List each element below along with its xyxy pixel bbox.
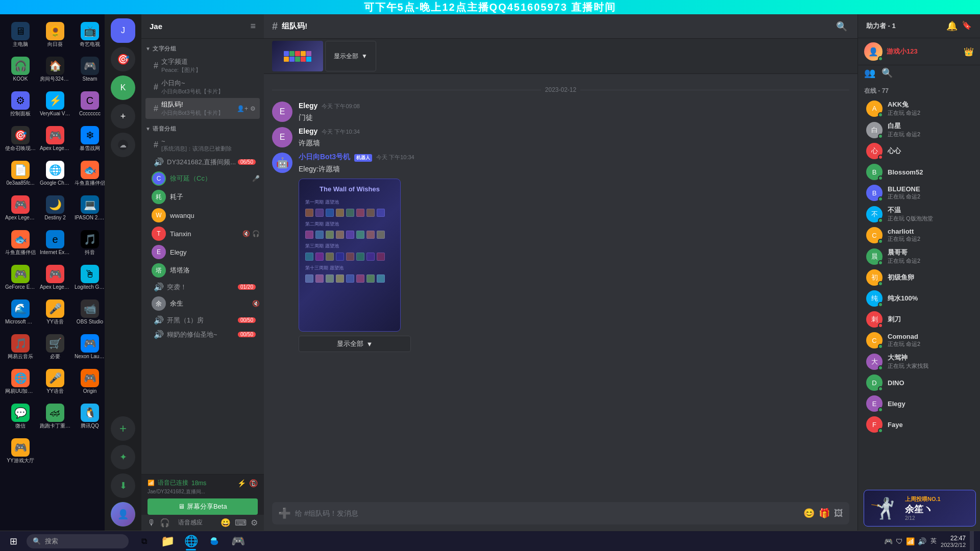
desktop-icon-google-chrome[interactable]: 🌐 Google Chrome	[39, 157, 71, 190]
rs-member-charliott[interactable]: C charliott 正在玩 命运2	[860, 225, 978, 245]
notification-bell-icon[interactable]: 🔔	[946, 20, 958, 32]
rs-member-dajia[interactable]: 大 大驾神 正在玩 大家找我	[860, 351, 978, 372]
rs-search-icon[interactable]: 🔍	[881, 67, 893, 79]
desktop-icon-obs[interactable]: 📹 OBS Studio	[74, 296, 105, 329]
voice-member-haozi[interactable]: 耗 耗子	[141, 188, 264, 206]
desktop-icon-origin[interactable]: 🎮 Origin	[74, 365, 105, 398]
taskbar-antivirus-icon[interactable]: 🛡	[896, 537, 903, 545]
desktop-icon-qiyidianshi[interactable]: 📺 奇艺电视	[74, 18, 105, 51]
server-icon-discover[interactable]: ✦	[111, 445, 135, 469]
desktop-icon-wyuu[interactable]: 🌐 网易UU加速器	[4, 365, 37, 398]
channel-wenzi[interactable]: # 文字频道 Peace:【图片】	[145, 55, 260, 76]
desktop-icon-fangjianhao[interactable]: 🏠 房间号3241682	[39, 53, 71, 86]
taskbar-task-view[interactable]: ⧉	[133, 531, 155, 552]
desktop-icon-ie[interactable]: e Internet Explorer	[39, 227, 71, 259]
category-voice[interactable]: ▼ 语音分组	[141, 123, 264, 135]
desktop-icon-0e3aa[interactable]: 📄 0e3aa85fc...	[4, 157, 37, 190]
desktop-icon-kook[interactable]: 🎧 KOOK	[4, 53, 37, 86]
taskbar-edge[interactable]	[203, 531, 226, 552]
voice-member-yusheng[interactable]: 余 余生 🔇	[141, 294, 264, 313]
user-add-icon[interactable]: 👤+	[237, 105, 248, 112]
desktop-icon-kongzhimianban[interactable]: ⚙ 控制面板	[4, 88, 37, 120]
rs-member-chuji[interactable]: 初 初级鱼卵	[860, 267, 978, 288]
desktop-icon-tiktok[interactable]: 🎵 抖音	[74, 227, 105, 259]
taskbar-network-icon[interactable]: 📶	[906, 537, 915, 545]
desktop-icon-apex-l3[interactable]: 🎮 Apex Legends	[39, 261, 71, 294]
search-button[interactable]: 🔍	[834, 19, 849, 34]
desktop-icon-steam[interactable]: 🎮 Steam	[74, 53, 105, 86]
rs-member-dino[interactable]: D DINO	[860, 372, 978, 393]
wall-of-wishes-image[interactable]: The Wall of Wishes 第一周期 愿望池 第二	[299, 179, 401, 332]
taskbar-file-explorer[interactable]: 📁	[156, 531, 179, 552]
gift-icon[interactable]: 🎁	[819, 508, 830, 519]
desktop-icon-xiangriji[interactable]: 🌻 向日葵	[39, 18, 71, 51]
desktop-icon-bingxuezhan[interactable]: ❄ 暴雪战网	[74, 122, 105, 155]
taskbar-lang[interactable]: 英	[930, 537, 937, 545]
rs-member-akk[interactable]: A AKK兔 正在玩 命运2	[860, 98, 978, 119]
channel-hunai[interactable]: 🔊 糊奶的修仙圣地~ 00/50	[145, 328, 260, 341]
desktop-icon-douyu-direct[interactable]: 🐟 斗鱼直播伴侣	[4, 227, 37, 259]
desktop-icon-apex-legends2[interactable]: 🎮 Apex Legends	[4, 192, 37, 224]
bookmark-icon[interactable]: 🔖	[962, 20, 972, 32]
sticker-icon[interactable]: 🖼	[834, 508, 843, 519]
desktop-icon-apex-legends[interactable]: 🎮 Apex Legends	[39, 122, 71, 155]
server-icon-2[interactable]: 🎯	[111, 47, 135, 71]
desktop-icon-wechat[interactable]: 💬 微信	[4, 400, 37, 433]
desktop-icon-shiming[interactable]: 🎯 使命召唤现代战	[4, 122, 37, 155]
desktop-icon-verykuaivk[interactable]: ⚡ VeryKuai VK加速器	[39, 88, 71, 120]
taskbar-volume-icon[interactable]: 🔊	[918, 537, 926, 545]
desktop-icon-ms-edge[interactable]: 🌊 Microsoft Edge	[4, 296, 37, 329]
taskbar-start-button[interactable]: ⊞	[0, 531, 27, 552]
msg-avatar-elegy2[interactable]: E	[272, 127, 292, 147]
channel-zudui[interactable]: # 组队码! 小日向Bot3号机【卡片】 👤+ ⚙	[145, 98, 260, 119]
taskbar-search-bar[interactable]: 🔍 搜索	[27, 534, 129, 548]
rs-member-buwen[interactable]: 不 不温 正在玩 Q版泡泡堂	[860, 204, 978, 224]
show-all-wishwall-btn[interactable]: 显示全部 ▼	[299, 336, 411, 352]
screen-share-button[interactable]: 🖥 屏幕分享Beta	[148, 498, 258, 515]
voice-power-icon[interactable]: ⚡	[237, 479, 246, 487]
server-icon-4[interactable]: +	[111, 104, 135, 129]
mic-icon[interactable]: 🎙	[148, 518, 156, 528]
desktop-icon-geforce[interactable]: 🎮 GeForce Experience	[4, 261, 37, 294]
emoji-icon[interactable]: 😀	[220, 518, 231, 528]
rs-member-cidao[interactable]: 刺 刺刀	[860, 309, 978, 330]
msg-avatar-bot[interactable]: 🤖	[272, 153, 292, 173]
desktop-icon-163music[interactable]: 🎵 网易云音乐	[4, 331, 37, 363]
desktop-icon-paopaotang[interactable]: 🏎 跑跑卡丁重:氙移	[39, 400, 71, 433]
category-text[interactable]: ▼ 文字分组	[141, 43, 264, 55]
server-icon-add[interactable]: +	[111, 416, 135, 441]
desktop-icon-qqmessage[interactable]: 🐧 腾讯QQ	[74, 400, 105, 433]
voice-member-elegy[interactable]: E Elegy	[141, 243, 264, 261]
settings-icon[interactable]: ⚙	[250, 105, 256, 112]
menu-icon[interactable]: ≡	[250, 21, 256, 32]
desktop-icon-yy-voice[interactable]: 🎤 YY语音	[39, 296, 71, 329]
taskbar-nvidia-icon[interactable]: 🎮	[884, 537, 893, 545]
taskbar-clock[interactable]: 22:47 2023/2/12	[941, 535, 966, 548]
desktop-icon-biyao[interactable]: 🛒 必要	[39, 331, 71, 363]
channel-dy-voice[interactable]: 🔊 DY3241682,直播间频... 06/50	[145, 155, 260, 169]
channel-tilde[interactable]: # ~ [系统消息]：该消息已被删除	[145, 135, 260, 155]
taskbar-google-chrome[interactable]: 🌐	[180, 531, 202, 552]
desktop-icon-ipason[interactable]: 💻 IPASON 2.0 101T控软件	[74, 192, 105, 224]
desktop-icon-destiny2[interactable]: 🌙 Destiny 2	[39, 192, 71, 224]
headphone-icon[interactable]: 🎧	[160, 518, 170, 528]
rs-member-elegy-rs[interactable]: E Elegy	[860, 393, 978, 414]
taskbar-show-desktop[interactable]	[970, 531, 974, 552]
desktop-icon-zhudian[interactable]: 🖥 主电脑	[4, 18, 37, 51]
server-icon-5[interactable]: ☁	[111, 133, 135, 157]
show-all-images-btn[interactable]: 显示全部 ▼	[325, 41, 376, 71]
server-icon-avatar[interactable]: 👤	[111, 502, 135, 527]
voice-disconnect-icon[interactable]: 📵	[249, 479, 258, 487]
server-icon-main[interactable]: J	[111, 18, 135, 43]
rs-member-blossom[interactable]: B Blossom52	[860, 162, 978, 182]
voice-member-tianxin[interactable]: T Tianxin 🔇 🎧	[141, 224, 264, 243]
desktop-icon-nexon[interactable]: 🎮 Nexon Launcher	[74, 331, 105, 363]
voice-member-cc[interactable]: C 徐可延（Cc） 🎤	[141, 169, 264, 188]
server-icon-3[interactable]: K	[111, 76, 135, 100]
rs-member-chunshui[interactable]: 纯 纯水100%	[860, 288, 978, 309]
channel-tuxi[interactable]: 🔊 突袭！ 01/20	[145, 280, 260, 294]
chat-input[interactable]	[295, 509, 799, 517]
voice-member-wwanqu[interactable]: W wwanqu	[141, 206, 264, 224]
rs-member-baixing[interactable]: 白 白星 正在玩 命运2	[860, 119, 978, 140]
voice-member-tatalo[interactable]: 塔 塔塔洛	[141, 261, 264, 280]
